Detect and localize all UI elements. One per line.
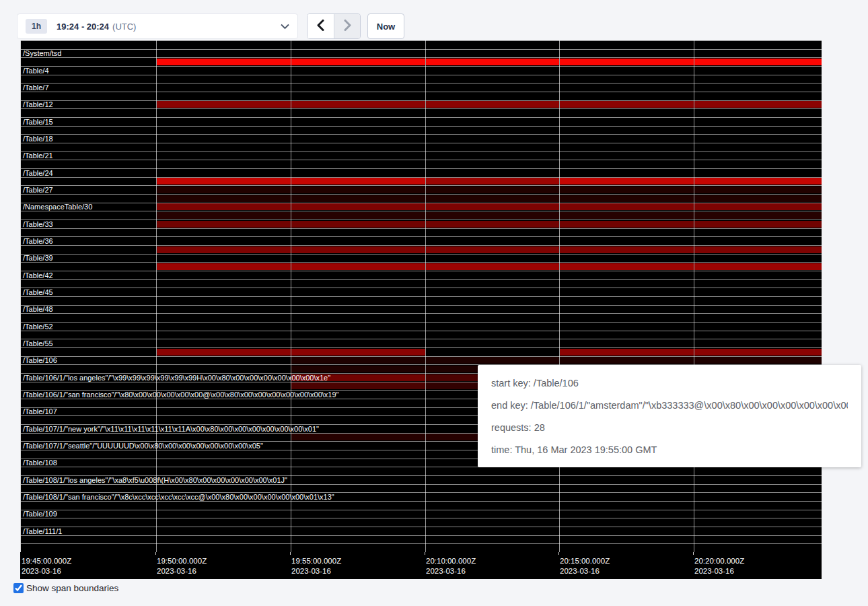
heatmap-cell[interactable]: [157, 246, 291, 253]
heatmap-cell[interactable]: [157, 212, 291, 219]
heatmap-cell[interactable]: [157, 178, 291, 184]
heatmap-cell[interactable]: [157, 263, 291, 270]
heatmap-cell[interactable]: [560, 101, 694, 108]
show-span-boundaries-checkbox[interactable]: [13, 583, 24, 593]
heatmap-cell[interactable]: [291, 263, 425, 270]
heatmap-cell[interactable]: [694, 187, 822, 193]
heatmap-row[interactable]: [21, 296, 822, 305]
heatmap-cell[interactable]: [291, 178, 425, 184]
time-range-selector[interactable]: 1h 19:24 - 20:24 (UTC): [17, 13, 298, 39]
heatmap-row[interactable]: [21, 160, 822, 168]
heatmap-cell[interactable]: [291, 349, 425, 356]
heatmap-cell[interactable]: [157, 221, 291, 228]
heatmap-cell[interactable]: [560, 349, 694, 356]
heatmap-cell[interactable]: [291, 246, 425, 253]
heatmap-cell[interactable]: [157, 187, 291, 193]
heatmap-cell[interactable]: [694, 178, 822, 184]
heatmap-cell[interactable]: [291, 59, 425, 65]
heatmap-row[interactable]: [21, 305, 822, 314]
heatmap-cell[interactable]: [560, 246, 694, 253]
heatmap-cell[interactable]: [291, 382, 425, 389]
heatmap-cell[interactable]: [291, 221, 425, 228]
heatmap-row[interactable]: [21, 467, 822, 475]
heatmap-row[interactable]: [21, 134, 822, 143]
heatmap-cell[interactable]: [694, 203, 822, 210]
heatmap-row[interactable]: [21, 279, 822, 288]
heatmap-row[interactable]: [21, 168, 822, 177]
heatmap-row[interactable]: [21, 126, 822, 135]
heatmap-cell[interactable]: [426, 187, 559, 193]
heatmap-cell[interactable]: [694, 221, 822, 228]
next-range-button[interactable]: [334, 14, 360, 38]
heatmap-cell[interactable]: [157, 195, 291, 202]
heatmap-cell[interactable]: [426, 357, 559, 364]
heatmap-row[interactable]: [21, 75, 822, 83]
heatmap-cell[interactable]: [157, 349, 291, 356]
heatmap-cell[interactable]: [291, 357, 425, 364]
heatmap-cell[interactable]: [560, 195, 694, 202]
heatmap-row[interactable]: [21, 527, 822, 535]
heatmap-cell[interactable]: [291, 195, 425, 202]
heatmap-cell[interactable]: [157, 59, 291, 65]
heatmap-row[interactable]: [21, 152, 822, 160]
heatmap-cell[interactable]: [426, 263, 559, 270]
now-button[interactable]: Now: [367, 13, 404, 39]
heatmap-cell[interactable]: [694, 263, 822, 270]
heatmap-cell[interactable]: [426, 195, 559, 202]
heatmap-row[interactable]: [21, 49, 822, 58]
heatmap-row[interactable]: [21, 484, 822, 493]
heatmap-cell[interactable]: [560, 212, 694, 219]
heatmap-cell[interactable]: [560, 203, 694, 210]
heatmap-cell[interactable]: [426, 212, 559, 219]
heatmap-cell[interactable]: [426, 221, 559, 228]
heatmap-cell[interactable]: [426, 59, 559, 65]
heatmap-row[interactable]: [21, 313, 822, 322]
heatmap-cell[interactable]: [157, 203, 291, 210]
heatmap-cell[interactable]: [291, 187, 425, 193]
heatmap-cell[interactable]: [694, 195, 822, 202]
heatmap-row[interactable]: [21, 271, 822, 279]
heatmap-row[interactable]: [21, 322, 822, 331]
heatmap-row[interactable]: [21, 518, 822, 527]
heatmap-row[interactable]: [21, 510, 822, 518]
heatmap-cell[interactable]: [694, 59, 822, 65]
heatmap-row[interactable]: [21, 228, 822, 237]
heatmap-row[interactable]: [21, 83, 822, 92]
heatmap-cell[interactable]: [560, 221, 694, 228]
heatmap-cell[interactable]: [560, 178, 694, 184]
heatmap-row[interactable]: [21, 236, 822, 245]
heatmap-cell[interactable]: [426, 246, 559, 253]
heatmap-row[interactable]: [21, 40, 822, 49]
heatmap-cell[interactable]: [694, 212, 822, 219]
heatmap-row[interactable]: [21, 543, 822, 552]
heatmap-plot[interactable]: /System/tsd/Table/4/Table/7/Table/12/Tab…: [20, 40, 822, 552]
heatmap-cell[interactable]: [560, 263, 694, 270]
heatmap-cell[interactable]: [426, 178, 559, 184]
heatmap-row[interactable]: [21, 66, 822, 75]
heatmap-cell[interactable]: [560, 59, 694, 65]
heatmap-cell[interactable]: [291, 434, 425, 440]
heatmap-cell[interactable]: [291, 212, 425, 219]
heatmap-cell[interactable]: [291, 366, 425, 372]
heatmap-row[interactable]: [21, 143, 822, 152]
heatmap-row[interactable]: [21, 288, 822, 296]
heatmap-cell[interactable]: [426, 101, 559, 108]
heatmap-cell[interactable]: [157, 101, 291, 108]
heatmap-cell[interactable]: [694, 349, 822, 356]
prev-range-button[interactable]: [308, 14, 334, 38]
heatmap-cell[interactable]: [694, 357, 822, 364]
heatmap-cell[interactable]: [426, 203, 559, 210]
heatmap-cell[interactable]: [694, 246, 822, 253]
heatmap-cell[interactable]: [291, 203, 425, 210]
heatmap-row[interactable]: [21, 339, 822, 347]
heatmap-row[interactable]: [21, 501, 822, 510]
heatmap-cell[interactable]: [694, 101, 822, 108]
heatmap-cell[interactable]: [291, 101, 425, 108]
heatmap-row[interactable]: [21, 92, 822, 100]
key-visualizer-heatmap[interactable]: /System/tsd/Table/4/Table/7/Table/12/Tab…: [20, 40, 822, 579]
heatmap-row[interactable]: [21, 117, 822, 126]
heatmap-cell[interactable]: [560, 357, 694, 364]
heatmap-cell[interactable]: [560, 187, 694, 193]
heatmap-row[interactable]: [21, 108, 822, 117]
heatmap-row[interactable]: [21, 331, 822, 339]
